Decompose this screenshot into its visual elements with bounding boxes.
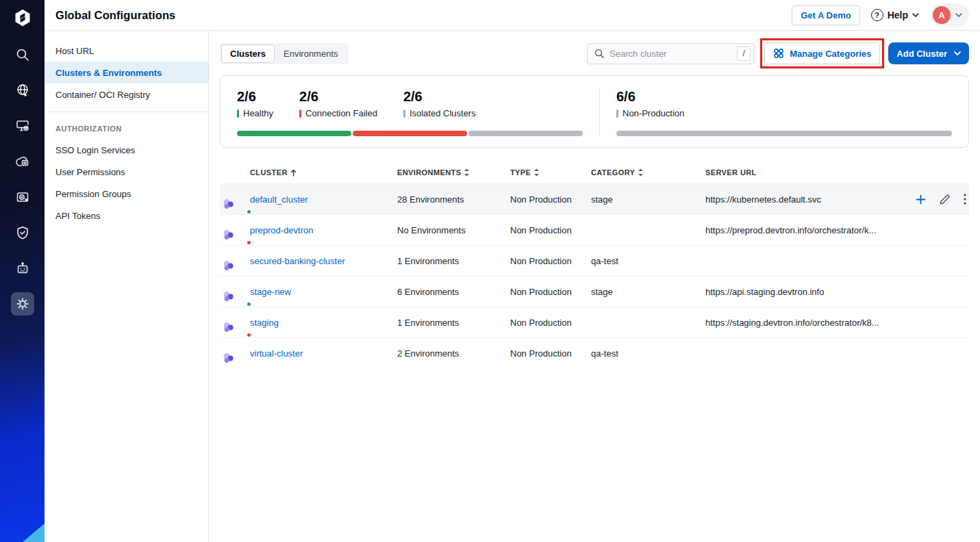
table-row[interactable]: virtual-cluster 2 Environments Non Produ… xyxy=(220,337,969,368)
global-config-gear-icon[interactable] xyxy=(11,292,34,315)
cluster-link[interactable]: virtual-cluster xyxy=(250,348,303,359)
search-icon[interactable] xyxy=(11,43,34,66)
cluster-env-tabs: Clusters Environments xyxy=(220,43,349,64)
edit-cluster-button[interactable] xyxy=(940,194,950,205)
stat-isolated-value: 2/6 xyxy=(403,88,476,105)
add-environment-button[interactable] xyxy=(916,194,926,205)
stat-healthy-value: 2/6 xyxy=(237,88,273,105)
sidebar-item-clusters-environments[interactable]: Clusters & Environments xyxy=(45,62,208,83)
column-type[interactable]: TYPE xyxy=(510,168,591,177)
help-label: Help xyxy=(888,10,908,21)
cluster-icon xyxy=(220,288,250,305)
cluster-link[interactable]: staging xyxy=(250,318,279,328)
environments-cell: 28 Environments xyxy=(397,194,510,205)
cluster-link[interactable]: stage-new xyxy=(250,287,291,297)
sort-icon xyxy=(533,168,540,177)
category-cell: qa-test xyxy=(591,348,705,359)
environments-cell: 1 Environments xyxy=(397,256,510,266)
type-cell: Non Production xyxy=(510,287,591,297)
stat-non-production-label: Non-Production xyxy=(623,107,684,120)
cluster-link[interactable]: secured-banking-cluster xyxy=(250,256,345,266)
sidebar-item-host-url[interactable]: Host URL xyxy=(45,40,208,62)
cluster-icon xyxy=(220,350,250,367)
more-options-button[interactable] xyxy=(964,194,966,205)
environments-cell: No Environments xyxy=(397,225,510,235)
toolbar: Clusters Environments / Manage Categorie… xyxy=(220,41,969,66)
environments-cell: 6 Environments xyxy=(397,287,510,297)
server-url-cell: https://api.staging.devtron.info xyxy=(705,287,903,297)
type-cell: Non Production xyxy=(510,194,591,205)
add-cluster-button[interactable]: Add Cluster xyxy=(888,42,969,64)
resource-watcher-globe-icon[interactable] xyxy=(11,79,34,102)
avatar: A xyxy=(933,6,951,24)
divider xyxy=(599,88,600,136)
server-url-cell: https://staging.devtron.info/orchestrato… xyxy=(705,318,903,328)
cluster-icon xyxy=(220,227,250,244)
table-row[interactable]: preprod-devtron No Environments Non Prod… xyxy=(220,214,969,245)
category-icon xyxy=(773,48,784,59)
status-dot xyxy=(246,301,252,307)
manage-categories-button[interactable]: Manage Categories xyxy=(764,42,880,64)
chart-store-icon[interactable] xyxy=(11,150,34,173)
production-type-progress-bar xyxy=(616,131,952,136)
status-dot xyxy=(246,240,252,246)
stat-connection-failed-label: Connection Failed xyxy=(305,107,377,120)
table-row[interactable]: staging 1 Environments Non Production ht… xyxy=(220,307,969,337)
page-title: Global Configurations xyxy=(55,9,175,22)
config-sidebar: Host URL Clusters & Environments Contain… xyxy=(45,31,209,542)
table-row[interactable]: secured-banking-cluster 1 Environments N… xyxy=(220,245,969,276)
security-shield-icon[interactable] xyxy=(11,221,34,244)
status-dot xyxy=(246,209,252,215)
help-menu[interactable]: ? Help xyxy=(871,9,919,21)
app-rail xyxy=(0,0,45,542)
cluster-icon xyxy=(220,196,250,213)
sidebar-item-api-tokens[interactable]: API Tokens xyxy=(45,205,208,227)
column-environments[interactable]: ENVIRONMENTS xyxy=(397,168,510,177)
cluster-status-summary-card: 2/6 Healthy 2/6 Connection Failed 2/6 Is… xyxy=(220,75,969,148)
sidebar-item-permission-groups[interactable]: Permission Groups xyxy=(45,183,208,205)
jobs-icon[interactable] xyxy=(11,185,34,209)
stat-non-production-value: 6/6 xyxy=(616,88,684,105)
stat-isolated-label: Isolated Clusters xyxy=(410,107,476,120)
sidebar-item-user-permissions[interactable]: User Permissions xyxy=(45,161,208,183)
stat-isolated: 2/6 Isolated Clusters xyxy=(403,88,476,120)
cluster-link[interactable]: default_cluster xyxy=(250,194,308,205)
sidebar-item-sso-login-services[interactable]: SSO Login Services xyxy=(45,139,208,161)
category-cell: qa-test xyxy=(591,256,705,266)
bot-icon[interactable] xyxy=(11,257,34,280)
add-cluster-label: Add Cluster xyxy=(896,49,947,59)
search-icon xyxy=(594,49,604,58)
column-category[interactable]: CATEGORY xyxy=(591,168,705,177)
top-header: Global Configurations Get A Demo ? Help … xyxy=(45,0,980,31)
devtron-logo-icon[interactable] xyxy=(11,6,34,29)
resource-browser-icon[interactable] xyxy=(11,114,34,138)
cluster-icon xyxy=(220,319,250,336)
sort-asc-icon xyxy=(290,169,297,177)
cluster-link[interactable]: preprod-devtron xyxy=(250,225,314,235)
type-cell: Non Production xyxy=(510,256,591,266)
divider xyxy=(45,112,208,112)
slash-shortcut-badge: / xyxy=(737,47,751,61)
sidebar-item-container-oci-registry[interactable]: Container/ OCI Registry xyxy=(45,83,208,105)
stat-non-production: 6/6 Non-Production xyxy=(616,88,684,120)
column-cluster[interactable]: CLUSTER xyxy=(250,168,397,177)
search-input[interactable] xyxy=(610,49,731,59)
server-url-cell: https://preprod.devtron.info/orchestrato… xyxy=(705,225,903,235)
chevron-down-icon xyxy=(955,13,962,17)
table-header: CLUSTER ENVIRONMENTS TYPE CATEGORY SERVE… xyxy=(220,162,969,183)
get-a-demo-button[interactable]: Get A Demo xyxy=(792,5,859,25)
user-menu[interactable]: A xyxy=(930,3,969,27)
column-server-url: SERVER URL xyxy=(705,168,903,177)
help-question-icon: ? xyxy=(871,9,883,21)
table-row[interactable]: stage-new 6 Environments Non Production … xyxy=(220,276,969,307)
table-row[interactable]: default_cluster 28 Environments Non Prod… xyxy=(220,183,969,214)
stat-connection-failed: 2/6 Connection Failed xyxy=(299,88,377,120)
sort-icon xyxy=(638,168,644,177)
search-cluster-box[interactable]: / xyxy=(587,43,755,64)
authorization-section-heading: AUTHORIZATION xyxy=(45,118,208,139)
tab-clusters[interactable]: Clusters xyxy=(221,44,275,63)
type-cell: Non Production xyxy=(510,225,591,235)
chevron-down-icon xyxy=(954,51,961,55)
failed-tick xyxy=(299,109,301,118)
tab-environments[interactable]: Environments xyxy=(275,44,347,63)
